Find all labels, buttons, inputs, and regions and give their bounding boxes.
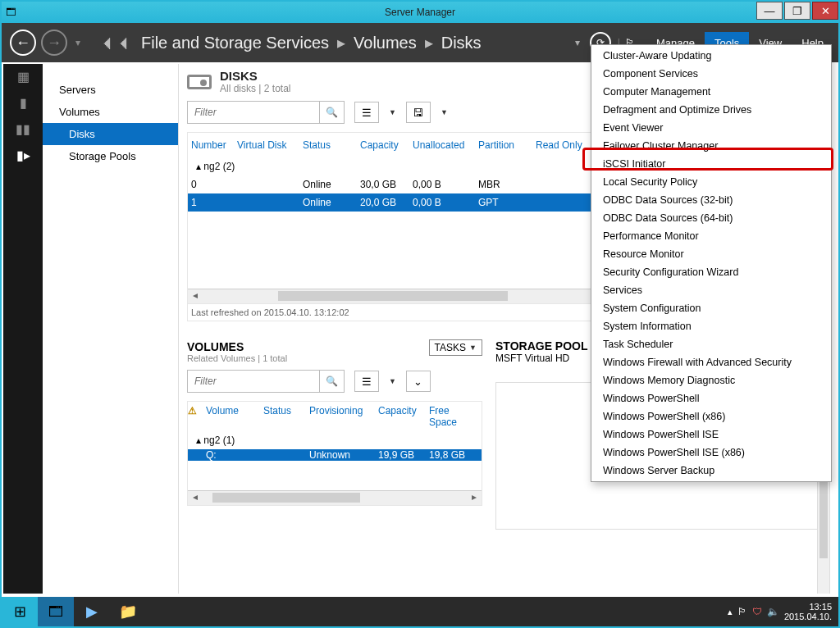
cell-vd: [234, 193, 299, 212]
disks-filter-input[interactable]: [188, 102, 319, 123]
toolbar-caret-icon[interactable]: ▾: [575, 37, 580, 48]
caret-down-icon[interactable]: ▼: [389, 377, 396, 385]
taskbar-server-manager[interactable]: 🗔: [38, 597, 74, 626]
col-capacity[interactable]: Capacity: [378, 405, 429, 428]
tools-item-windows-server-backup[interactable]: Windows Server Backup: [591, 462, 831, 480]
caret-down-icon[interactable]: ▼: [441, 108, 448, 116]
tools-item-failover-cluster-manager[interactable]: Failover Cluster Manager: [591, 137, 831, 155]
search-icon[interactable]: 🔍: [319, 371, 344, 392]
breadcrumb-link-storage[interactable]: File and Storage Services: [141, 34, 329, 52]
col-read-only[interactable]: Read Only: [532, 136, 591, 154]
tools-item-windows-powershell-x86[interactable]: Windows PowerShell (x86): [591, 407, 831, 425]
scroll-thumb[interactable]: [212, 493, 360, 503]
volumes-heading: VOLUMES: [187, 340, 287, 353]
disks-icon: [187, 75, 212, 89]
cell-number: 1: [188, 193, 234, 212]
nav-dropdown-icon[interactable]: ▾: [75, 37, 80, 48]
col-status[interactable]: Status: [263, 405, 309, 428]
tray-shield-icon[interactable]: 🛡: [752, 606, 762, 617]
tools-item-windows-powershell[interactable]: Windows PowerShell: [591, 389, 831, 407]
col-warning-icon[interactable]: ⚠: [188, 405, 206, 428]
cell-capacity: 30,0 GB: [357, 175, 409, 193]
volumes-group-ng2[interactable]: ▴ ng2 (1): [188, 431, 482, 449]
nav-disks[interactable]: Disks: [43, 123, 178, 145]
col-number[interactable]: Number: [188, 136, 234, 154]
volumes-filter[interactable]: 🔍: [187, 370, 345, 393]
nav-volumes[interactable]: Volumes: [43, 101, 178, 123]
col-free-space[interactable]: Free Space: [429, 405, 478, 428]
tools-item-event-viewer[interactable]: Event Viewer: [591, 119, 831, 137]
filter-options-button[interactable]: ☰: [354, 371, 379, 392]
search-icon[interactable]: 🔍: [319, 102, 344, 123]
breadcrumb: ⏴⏴ File and Storage Services ▸ Volumes ▸…: [100, 33, 482, 52]
scroll-thumb[interactable]: [278, 291, 508, 301]
tools-item-performance-monitor[interactable]: Performance Monitor: [591, 227, 831, 245]
breadcrumb-back-icon[interactable]: ⏴⏴: [100, 34, 133, 52]
nav-forward-button[interactable]: →: [41, 30, 67, 56]
tools-item-local-security-policy[interactable]: Local Security Policy: [591, 173, 831, 191]
all-servers-icon[interactable]: ▮▮: [13, 121, 33, 138]
tools-item-services[interactable]: Services: [591, 281, 831, 299]
col-status[interactable]: Status: [299, 136, 357, 154]
main-vscroll[interactable]: [817, 474, 830, 594]
nav-back-button[interactable]: ←: [10, 30, 36, 56]
tray-flag-icon[interactable]: 🏳: [737, 606, 747, 617]
col-capacity[interactable]: Capacity: [357, 136, 409, 154]
tools-item-defragment-and-optimize-drives[interactable]: Defragment and Optimize Drives: [591, 101, 831, 119]
volumes-hscroll[interactable]: ◂ ▸: [188, 490, 482, 505]
dashboard-icon[interactable]: ▦: [13, 69, 33, 85]
col-volume[interactable]: Volume: [206, 405, 263, 428]
col-unalloc[interactable]: Unallocated: [409, 136, 475, 154]
tools-item-component-services[interactable]: Component Services: [591, 65, 831, 83]
tools-item-iscsi-initiator[interactable]: iSCSI Initiator: [591, 155, 831, 173]
tools-item-system-configuration[interactable]: System Configuration: [591, 299, 831, 317]
disks-filter[interactable]: 🔍: [187, 101, 345, 124]
scroll-right-icon[interactable]: ▸: [467, 491, 482, 506]
volumes-tasks-button[interactable]: TASKS ▼: [429, 339, 482, 356]
volumes-filter-input[interactable]: [188, 371, 319, 392]
scroll-left-icon[interactable]: ◂: [188, 289, 203, 304]
breadcrumb-link-volumes[interactable]: Volumes: [354, 34, 417, 52]
tools-item-resource-monitor[interactable]: Resource Monitor: [591, 245, 831, 263]
cell-unalloc: 0,00 B: [409, 175, 475, 193]
taskbar-clock[interactable]: 13:15 2015.04.10.: [784, 602, 832, 621]
taskbar-powershell[interactable]: ▶: [74, 597, 110, 626]
nav-storage-pools[interactable]: Storage Pools: [43, 145, 178, 167]
tools-item-windows-powershell-ise-x86[interactable]: Windows PowerShell ISE (x86): [591, 444, 831, 462]
maximize-button[interactable]: ❐: [784, 2, 810, 20]
volumes-subtitle: Related Volumes | 1 total: [187, 353, 287, 363]
volume-row-q[interactable]: Q: Unknown 19,9 GB 19,8 GB: [188, 449, 482, 461]
cell-vd: [234, 175, 299, 193]
tools-item-odbc-data-sources-32-bit[interactable]: ODBC Data Sources (32-bit): [591, 191, 831, 209]
clock-date: 2015.04.10.: [784, 612, 832, 621]
tools-item-computer-management[interactable]: Computer Management: [591, 83, 831, 101]
minimize-button[interactable]: —: [756, 2, 783, 20]
col-provisioning[interactable]: Provisioning: [309, 405, 378, 428]
tray-expand-icon[interactable]: ▴: [728, 607, 733, 617]
col-virtual-disk[interactable]: Virtual Disk: [234, 136, 299, 154]
nav-servers[interactable]: Servers: [43, 79, 178, 101]
tools-item-cluster-aware-updating[interactable]: Cluster-Aware Updating: [591, 47, 831, 65]
taskbar-explorer[interactable]: 📁: [110, 597, 146, 626]
save-view-button[interactable]: 🖫: [406, 102, 431, 123]
scroll-left-icon[interactable]: ◂: [188, 491, 203, 506]
local-server-icon[interactable]: ▮: [13, 95, 33, 111]
col-partition[interactable]: Partition: [475, 136, 532, 154]
cell-unalloc: 0,00 B: [409, 193, 475, 212]
scroll-thumb[interactable]: [819, 476, 828, 558]
cell-free: 19,8 GB: [429, 449, 478, 461]
tools-item-windows-powershell-ise[interactable]: Windows PowerShell ISE: [591, 425, 831, 444]
storage-icon[interactable]: ▮▸: [13, 148, 33, 164]
filter-options-button[interactable]: ☰: [354, 102, 379, 123]
expand-button[interactable]: ⌄: [406, 371, 431, 392]
tools-item-windows-memory-diagnostic[interactable]: Windows Memory Diagnostic: [591, 371, 831, 389]
close-button[interactable]: ✕: [812, 2, 838, 20]
tools-item-task-scheduler[interactable]: Task Scheduler: [591, 335, 831, 353]
tools-item-security-configuration-wizard[interactable]: Security Configuration Wizard: [591, 263, 831, 281]
start-button[interactable]: ⊞: [2, 597, 38, 626]
caret-down-icon[interactable]: ▼: [389, 108, 396, 116]
tools-item-odbc-data-sources-64-bit[interactable]: ODBC Data Sources (64-bit): [591, 209, 831, 227]
tools-item-system-information[interactable]: System Information: [591, 317, 831, 335]
tools-item-windows-firewall-with-advanced-security[interactable]: Windows Firewall with Advanced Security: [591, 353, 831, 371]
tray-volume-icon[interactable]: 🔈: [767, 606, 779, 617]
